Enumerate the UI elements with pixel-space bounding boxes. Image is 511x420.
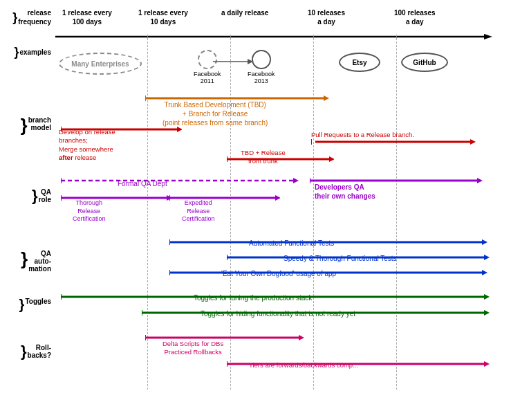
tbd-label: Trunk Based Development (TBD)+ Branch fo…: [162, 100, 268, 127]
speedy-label: Speedy & Thorough Functional Tests: [284, 255, 397, 262]
many-enterprises-oval: Many Enterprises: [59, 53, 142, 75]
page: } releasefrequency 1 release every100 da…: [0, 0, 511, 390]
facebook-2011: Facebook2011: [194, 50, 221, 84]
freq-label-1: 1 release every100 days: [62, 8, 112, 26]
toggles-content: Toggles for tuning the production stack …: [55, 291, 511, 329]
rollbacks-row: } Roll-backs? Delta Scripts for DBsPract…: [0, 331, 511, 380]
svg-marker-45: [299, 335, 304, 340]
timeline-axis: [55, 32, 498, 42]
freq-label-5: 100 releasesa day: [394, 8, 436, 26]
svg-marker-15: [329, 156, 334, 162]
pull-requests-bar: [311, 139, 477, 145]
qa-role-content: Formal QA Dept ThoroughReleaseCertificat…: [55, 174, 511, 233]
formal-qa-label: Formal QA Dept: [118, 180, 167, 188]
github-oval: GitHub: [401, 53, 448, 72]
svg-marker-48: [484, 361, 490, 367]
expedited-label: ExpeditedReleaseCertification: [182, 199, 215, 223]
delta-label: Delta Scripts for DBsPracticed Rollbacks: [162, 340, 223, 357]
formal-qa-bar: [61, 178, 299, 183]
qa-automation-label: } QAauto-mation: [0, 236, 55, 273]
examples-content: Many Enterprises Facebook2011 Facebook20…: [55, 44, 511, 89]
toggles-hiding-label: Toggles for hiding functionality that is…: [201, 310, 355, 318]
devqa-label: Developers QAtheir own changes: [315, 183, 375, 201]
thorough-label: ThoroughReleaseCertification: [73, 199, 106, 223]
svg-marker-18: [293, 178, 299, 183]
svg-marker-42: [484, 310, 490, 316]
examples-label: } examples: [0, 44, 55, 58]
qa-role-row: } QArole Formal QA Dept ThoroughReleaseC…: [0, 174, 511, 233]
timeline-area: 1 release every100 days 1 release every1…: [55, 7, 511, 42]
svg-marker-39: [484, 294, 490, 300]
facebook-2013: Facebook2013: [248, 50, 275, 84]
svg-marker-9: [177, 127, 182, 132]
svg-marker-30: [482, 239, 487, 245]
develop-label: Develop on releasebranches;Merge somewhe…: [59, 128, 115, 162]
freq-label-4: 10 releasesa day: [308, 8, 345, 26]
toggles-tuning-label: Toggles for tuning the production stack: [194, 294, 312, 302]
qa-role-label: } QArole: [0, 174, 55, 203]
release-frequency-row: } releasefrequency 1 release every100 da…: [0, 7, 511, 42]
aft-label: Automated Functional Tests: [249, 239, 334, 247]
rollbacks-content: Delta Scripts for DBsPracticed Rollbacks…: [55, 331, 511, 380]
svg-marker-36: [482, 270, 487, 275]
svg-marker-6: [324, 95, 329, 101]
svg-marker-33: [484, 255, 490, 260]
branch-model-label: } branchmodel: [0, 92, 55, 134]
qa-automation-content: Automated Functional Tests Speedy & Thor…: [55, 236, 511, 288]
tbd-trunk-label: TBD + Releasefrom trunk: [241, 149, 286, 166]
branch-model-content: Trunk Based Development (TBD)+ Branch fo…: [55, 92, 511, 172]
svg-marker-12: [470, 139, 476, 145]
toggles-label: } Toggles: [0, 291, 55, 311]
svg-marker-24: [275, 195, 280, 201]
examples-row: } examples Many Enterprises Facebook2011…: [0, 44, 511, 89]
svg-marker-27: [477, 178, 483, 183]
freq-label-2: 1 release every10 days: [138, 8, 188, 26]
rollbacks-label: } Roll-backs?: [0, 331, 55, 359]
freq-label-3: a daily release: [221, 8, 268, 17]
pull-requests-label: Pull Requests to a Release branch.: [311, 131, 414, 139]
tiers-label: Tiers are forwards/backwards comp...: [249, 361, 358, 369]
release-frequency-label: } releasefrequency: [0, 7, 55, 26]
etsy-oval: Etsy: [339, 53, 380, 72]
toggles-row: } Toggles Toggles for tuning the product…: [0, 291, 511, 329]
qa-automation-row: } QAauto-mation Automated Functional Tes…: [0, 236, 511, 288]
svg-marker-1: [484, 34, 492, 39]
dogfood-label: 'Eat Your Own Dogfood' usage of app: [221, 270, 336, 277]
branch-model-row: } branchmodel Trunk Based Development (T…: [0, 92, 511, 172]
